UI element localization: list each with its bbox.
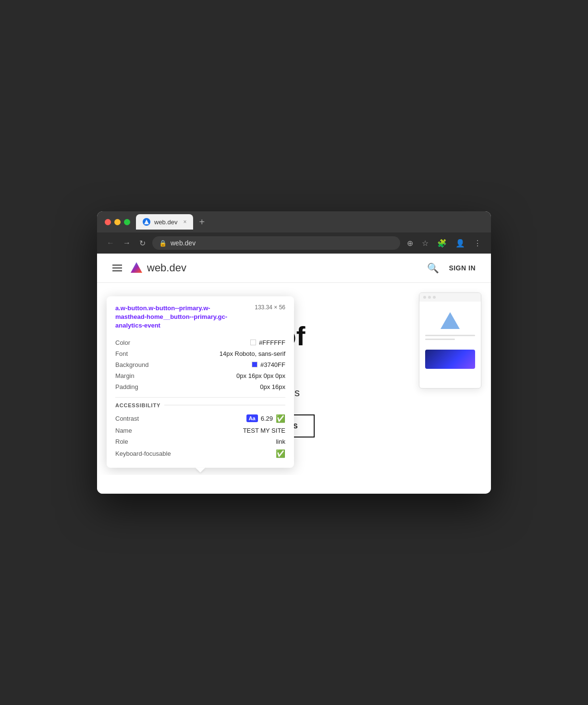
site-header-right: 🔍 SIGN IN xyxy=(427,262,476,274)
inspector-value-keyboard: ✅ xyxy=(276,449,285,458)
address-bar: ← → ↻ 🔒 web.dev ⊕ ☆ 🧩 👤 ⋮ xyxy=(97,232,491,254)
inspector-label-padding: Padding xyxy=(115,383,138,390)
svg-marker-2 xyxy=(131,262,142,273)
keyboard-check-icon: ✅ xyxy=(276,449,285,458)
sign-in-button[interactable]: SIGN IN xyxy=(449,264,476,272)
back-button[interactable]: ← xyxy=(105,237,116,249)
inspector-row-name: Name TEST MY SITE xyxy=(115,425,285,436)
mockup-lines xyxy=(425,335,475,340)
more-menu-icon[interactable]: ⋮ xyxy=(472,237,483,250)
inspector-label-background: Background xyxy=(115,361,148,368)
mockup-triangle-icon xyxy=(441,312,460,329)
inspector-label-keyboard: Keyboard-focusable xyxy=(115,450,171,457)
traffic-lights xyxy=(105,219,130,225)
minimize-button[interactable] xyxy=(114,219,121,225)
hero-mockup xyxy=(419,292,481,389)
forward-button[interactable]: → xyxy=(121,237,133,249)
search-icon[interactable]: 🔍 xyxy=(427,262,439,274)
accessibility-title: ACCESSIBILITY xyxy=(115,402,160,408)
inspector-tooltip: a.w-button.w-button--primary.w-masthead-… xyxy=(107,296,294,468)
inspector-row-role: Role link xyxy=(115,436,285,447)
tab-favicon xyxy=(143,218,150,226)
close-button[interactable] xyxy=(105,219,111,225)
zoom-icon[interactable]: ⊕ xyxy=(405,237,415,250)
bookmark-icon[interactable]: ☆ xyxy=(420,237,430,250)
inspector-label-name: Name xyxy=(115,427,132,434)
site-header: web.dev 🔍 SIGN IN xyxy=(97,254,491,283)
inspector-dimensions: 133.34 × 56 xyxy=(255,304,285,311)
inspector-label-role: Role xyxy=(115,438,128,445)
lock-icon: 🔒 xyxy=(159,240,167,247)
logo-icon xyxy=(130,261,143,275)
hamburger-menu[interactable] xyxy=(112,265,122,271)
inspector-value-contrast: Aa 6.29 ✅ xyxy=(246,414,285,423)
inspector-value-name: TEST MY SITE xyxy=(243,427,285,434)
tab-bar: web.dev × + xyxy=(136,214,483,230)
inspector-divider xyxy=(115,397,285,398)
inspector-row-keyboard: Keyboard-focusable ✅ xyxy=(115,447,285,460)
site-logo-text: web.dev xyxy=(147,262,186,274)
hamburger-line-3 xyxy=(112,270,122,271)
inspector-label-color: Color xyxy=(115,339,130,346)
inspector-value-font: 14px Roboto, sans-serif xyxy=(220,350,285,357)
tab-title: web.dev xyxy=(154,219,177,226)
webpage-content: web.dev 🔍 SIGN IN a.w-button.w-button--p… xyxy=(97,254,491,494)
inspector-value-margin: 0px 16px 0px 0px xyxy=(236,372,285,379)
mockup-browser xyxy=(419,292,481,389)
inspector-selector: a.w-button.w-button--primary.w-masthead-… xyxy=(115,304,240,330)
address-actions: ⊕ ☆ 🧩 👤 ⋮ xyxy=(405,237,483,250)
inspector-label-font: Font xyxy=(115,350,128,357)
extensions-icon[interactable]: 🧩 xyxy=(435,237,449,250)
browser-window: web.dev × + ← → ↻ 🔒 web.dev ⊕ ☆ 🧩 👤 ⋮ xyxy=(97,211,491,494)
mockup-line-1 xyxy=(425,335,475,336)
hero-area: a.w-button.w-button--primary.w-masthead-… xyxy=(97,283,491,475)
url-text: web.dev xyxy=(171,239,393,247)
title-bar: web.dev × + xyxy=(97,211,491,232)
reload-button[interactable]: ↻ xyxy=(137,237,147,250)
mockup-dot-1 xyxy=(423,296,426,299)
mockup-line-2 xyxy=(425,339,455,340)
mockup-wave-decoration xyxy=(425,350,475,369)
inspector-label-contrast: Contrast xyxy=(115,415,139,422)
maximize-button[interactable] xyxy=(124,219,130,225)
inspector-label-margin: Margin xyxy=(115,372,135,379)
new-tab-button[interactable]: + xyxy=(197,217,207,228)
hamburger-line-2 xyxy=(112,267,122,268)
mockup-topbar xyxy=(419,293,481,302)
mockup-dot-3 xyxy=(433,296,436,299)
accessibility-header: ACCESSIBILITY xyxy=(115,402,285,408)
inspector-row-contrast: Contrast Aa 6.29 ✅ xyxy=(115,412,285,425)
color-swatch-blue xyxy=(252,362,257,367)
color-swatch-white xyxy=(250,340,256,345)
accessibility-line xyxy=(164,405,285,405)
inspector-row-padding: Padding 0px 16px xyxy=(115,381,285,392)
tab-close-button[interactable]: × xyxy=(183,219,186,225)
inspector-value-color: #FFFFFF xyxy=(250,339,285,346)
inspector-value-padding: 0px 16px xyxy=(260,383,285,390)
tooltip-arrow xyxy=(196,468,205,473)
inspector-row-font: Font 14px Roboto, sans-serif xyxy=(115,348,285,359)
site-header-left: web.dev xyxy=(112,261,186,275)
browser-tab[interactable]: web.dev × xyxy=(136,214,193,230)
inspector-header: a.w-button.w-button--primary.w-masthead-… xyxy=(115,304,285,330)
inspector-row-background: Background #3740FF xyxy=(115,359,285,370)
mockup-dot-2 xyxy=(428,296,431,299)
inspector-value-background: #3740FF xyxy=(252,361,285,368)
inspector-row-color: Color #FFFFFF xyxy=(115,337,285,348)
contrast-check-icon: ✅ xyxy=(276,414,285,423)
inspector-row-margin: Margin 0px 16px 0px 0px xyxy=(115,370,285,381)
site-logo[interactable]: web.dev xyxy=(130,261,186,275)
mockup-content xyxy=(419,302,481,375)
hamburger-line-1 xyxy=(112,265,122,266)
profile-icon[interactable]: 👤 xyxy=(453,237,467,250)
contrast-badge: Aa xyxy=(246,414,258,422)
url-bar[interactable]: 🔒 web.dev xyxy=(152,236,400,250)
inspector-value-role: link xyxy=(276,438,285,445)
